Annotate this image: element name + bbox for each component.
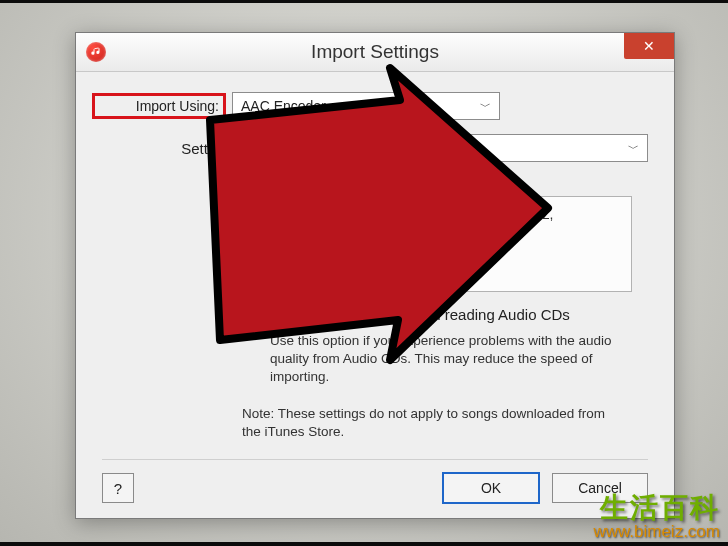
chevron-down-icon: ﹀: [480, 99, 491, 114]
error-correction-checkbox[interactable]: [242, 308, 260, 326]
button-row: ? OK Cancel: [102, 459, 648, 504]
help-button[interactable]: ?: [102, 473, 134, 503]
details-heading: Details: [242, 176, 632, 192]
error-correction-row: Use error correction when reading Audio …: [242, 306, 648, 326]
close-icon: ✕: [643, 38, 655, 54]
details-box: 128 kbps (mono)/256 kbps (stereo), 44.10…: [242, 196, 632, 292]
import-using-label: Import Using:: [92, 93, 226, 119]
import-using-value: AAC Encoder: [241, 98, 326, 114]
dialog-title: Import Settings: [76, 41, 674, 63]
setting-row: Setting: iTunes Plus ﹀: [102, 134, 648, 162]
import-settings-dialog: Import Settings ✕ Import Using: AAC Enco…: [75, 32, 675, 519]
letterbox-bottom: [0, 542, 728, 546]
watermark-text-cn: 生活百科: [593, 493, 720, 524]
setting-label: Setting:: [102, 140, 242, 157]
error-correction-hint: Use this option if you experience proble…: [270, 332, 630, 387]
import-using-dropdown[interactable]: AAC Encoder ﹀: [232, 92, 500, 120]
itunes-icon: [86, 42, 106, 62]
watermark: 生活百科 www.bimeiz.com: [593, 493, 720, 542]
ok-button-label: OK: [481, 480, 501, 496]
details-line-2: VBR, optimized for MMX/SSE2.: [253, 225, 621, 245]
settings-note: Note: These settings do not apply to son…: [242, 405, 622, 441]
help-button-label: ?: [114, 480, 122, 497]
titlebar[interactable]: Import Settings ✕: [76, 33, 674, 72]
close-button[interactable]: ✕: [624, 33, 674, 59]
details-block: Details 128 kbps (mono)/256 kbps (stereo…: [242, 176, 632, 292]
ok-button[interactable]: OK: [442, 472, 540, 504]
dialog-body: Import Using: AAC Encoder ﹀ Setting: iTu…: [76, 72, 674, 518]
setting-dropdown[interactable]: iTunes Plus ﹀: [242, 134, 648, 162]
watermark-url: www.bimeiz.com: [593, 523, 720, 542]
error-correction-label: Use error correction when reading Audio …: [268, 306, 570, 323]
details-line-1: 128 kbps (mono)/256 kbps (stereo), 44.10…: [253, 205, 621, 225]
import-using-row: Import Using: AAC Encoder ﹀: [102, 92, 648, 120]
setting-value: iTunes Plus: [251, 140, 324, 156]
chevron-down-icon: ﹀: [628, 141, 639, 156]
letterbox-top: [0, 0, 728, 3]
